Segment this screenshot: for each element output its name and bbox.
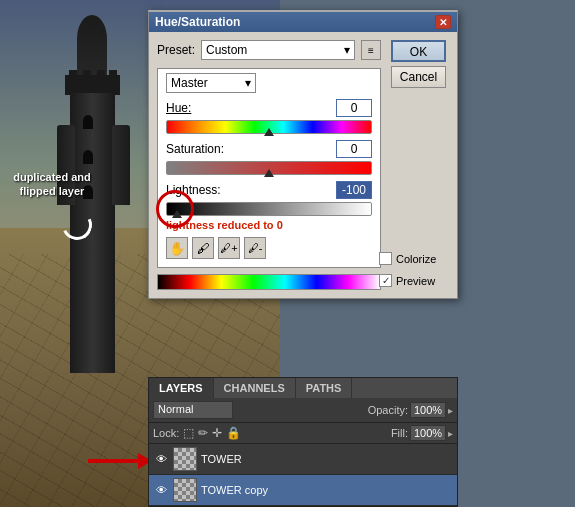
blend-mode-value: Normal xyxy=(158,403,193,415)
preset-value: Custom xyxy=(206,43,247,57)
annotation-text: duplicated and flipped layer xyxy=(12,170,92,199)
channel-box: Master ▾ Hue: 0 xyxy=(157,68,381,268)
hue-row: Hue: 0 xyxy=(166,99,372,134)
channel-value: Master xyxy=(171,76,208,90)
channel-row: Master ▾ xyxy=(166,73,372,93)
layer-tower-copy[interactable]: 👁 TOWER copy xyxy=(149,475,457,506)
dialog-title: Hue/Saturation xyxy=(155,15,240,29)
preset-label: Preset: xyxy=(157,43,195,57)
lightness-annotation: lightness reduced to 0 xyxy=(166,219,372,231)
lightness-label: Lightness: xyxy=(166,183,221,197)
channel-arrow-icon: ▾ xyxy=(245,76,251,90)
lightness-value[interactable]: -100 xyxy=(336,181,372,199)
colorize-checkbox[interactable] xyxy=(379,252,392,265)
blend-mode-dropdown[interactable]: Normal xyxy=(153,401,233,419)
lightness-track-container: lightness reduced to 0 xyxy=(166,202,372,231)
opacity-label: Opacity: xyxy=(368,404,408,416)
lock-paint-icon[interactable]: ✏ xyxy=(198,426,208,440)
ok-button[interactable]: OK xyxy=(391,40,446,62)
saturation-label: Saturation: xyxy=(166,142,224,156)
eyedropper-plus-button[interactable]: 🖋+ xyxy=(218,237,240,259)
layer-tower-copy-thumbnail xyxy=(173,478,197,502)
close-button[interactable]: ✕ xyxy=(435,15,451,29)
cancel-button[interactable]: Cancel xyxy=(391,66,446,88)
layer-tower-name: TOWER xyxy=(201,453,242,465)
saturation-row: Saturation: 0 xyxy=(166,140,372,175)
bottom-gradient-bar xyxy=(157,274,381,290)
ok-cancel-group: OK Cancel xyxy=(391,40,449,88)
channel-dropdown[interactable]: Master ▾ xyxy=(166,73,256,93)
preview-row: Preview xyxy=(379,274,449,287)
preset-row: Preset: Custom ▾ ≡ xyxy=(157,40,381,60)
hue-label-row: Hue: 0 xyxy=(166,99,372,117)
fill-value[interactable]: 100% xyxy=(410,425,446,441)
preset-dropdown[interactable]: Custom ▾ xyxy=(201,40,355,60)
layer-tower[interactable]: 👁 TOWER xyxy=(149,444,457,475)
hue-thumb[interactable] xyxy=(264,128,274,136)
fill-control: Fill: 100% ▸ xyxy=(391,425,453,441)
preview-checkbox[interactable] xyxy=(379,274,392,287)
tab-channels[interactable]: CHANNELS xyxy=(214,378,296,398)
fill-label: Fill: xyxy=(391,427,408,439)
sat-label-row: Saturation: 0 xyxy=(166,140,372,158)
eyedropper-row: ✋ 🖋 🖋+ 🖋- xyxy=(166,237,372,259)
hand-tool-button[interactable]: ✋ xyxy=(166,237,188,259)
hue-track[interactable] xyxy=(166,120,372,134)
options-group: Colorize Preview xyxy=(379,249,449,290)
eyedropper-button[interactable]: 🖋 xyxy=(192,237,214,259)
opacity-control: Opacity: 100% ▸ xyxy=(368,402,453,418)
lock-move-icon[interactable]: ✛ xyxy=(212,426,222,440)
layer-tower-thumbnail xyxy=(173,447,197,471)
preview-label: Preview xyxy=(396,275,435,287)
colorize-row: Colorize xyxy=(379,252,449,265)
canvas-area: duplicated and flipped layer Hue/Saturat… xyxy=(0,0,575,507)
lock-label: Lock: xyxy=(153,427,179,439)
opacity-arrow[interactable]: ▸ xyxy=(448,405,453,416)
fill-arrow[interactable]: ▸ xyxy=(448,428,453,439)
hue-value[interactable]: 0 xyxy=(336,99,372,117)
lock-all-icon[interactable]: 🔒 xyxy=(226,426,241,440)
layers-panel: LAYERS CHANNELS PATHS Normal Opacity: 10… xyxy=(148,377,458,507)
hue-saturation-dialog: Hue/Saturation ✕ OK Cancel Preset: Custo… xyxy=(148,10,458,299)
lightness-thumb[interactable] xyxy=(172,210,182,218)
colorize-label: Colorize xyxy=(396,253,436,265)
layer-tower-visibility[interactable]: 👁 xyxy=(153,451,169,467)
dropdown-arrow-icon: ▾ xyxy=(344,43,350,57)
saturation-value[interactable]: 0 xyxy=(336,140,372,158)
hue-label: Hue: xyxy=(166,101,191,115)
light-label-row: Lightness: -100 xyxy=(166,181,372,199)
saturation-thumb[interactable] xyxy=(264,169,274,177)
dialog-titlebar: Hue/Saturation ✕ xyxy=(149,12,457,32)
tab-paths[interactable]: PATHS xyxy=(296,378,353,398)
layer-tower-copy-name: TOWER copy xyxy=(201,484,268,496)
lock-transparent-icon[interactable]: ⬚ xyxy=(183,426,194,440)
red-arrow-shaft xyxy=(88,459,138,463)
eyedropper-minus-button[interactable]: 🖋- xyxy=(244,237,266,259)
layer-tower-copy-visibility[interactable]: 👁 xyxy=(153,482,169,498)
lock-row: Lock: ⬚ ✏ ✛ 🔒 Fill: 100% ▸ xyxy=(149,423,457,444)
saturation-track[interactable] xyxy=(166,161,372,175)
layers-controls: Normal Opacity: 100% ▸ xyxy=(149,398,457,423)
tab-layers[interactable]: LAYERS xyxy=(149,378,214,398)
lightness-track[interactable] xyxy=(166,202,372,216)
layers-tabs: LAYERS CHANNELS PATHS xyxy=(149,378,457,398)
dialog-content: OK Cancel Preset: Custom ▾ ≡ xyxy=(149,32,457,298)
lightness-row: Lightness: -100 lightness reduced to 0 xyxy=(166,181,372,231)
preset-options-button[interactable]: ≡ xyxy=(361,40,381,60)
opacity-value[interactable]: 100% xyxy=(410,402,446,418)
red-arrow-container xyxy=(88,453,152,469)
